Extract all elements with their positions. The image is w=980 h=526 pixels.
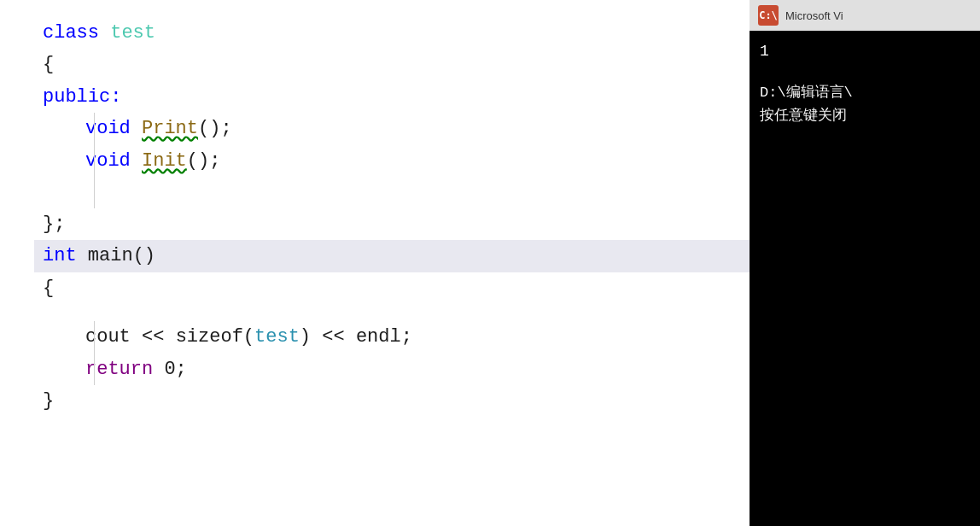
terminal-panel: C:\ Microsoft Vi 1 D:\编辑语言\ 按任意键关闭 [750,0,980,526]
code-line-init: void Init(); [34,145,750,177]
main-parens: () [133,240,155,272]
space5 [131,321,142,353]
terminal-body: 1 D:\编辑语言\ 按任意键关闭 [750,31,980,526]
terminal-line-empty [760,64,970,81]
code-line-brace-open-1: { [34,49,750,80]
code-editor: class test { public: void Print(); void … [34,17,750,417]
terminal-line-number: 1 [760,39,970,64]
terminal-path: D:\编辑语言\ [760,81,970,104]
brace-close-semi: }; [43,208,65,240]
init-parens: (); [187,145,221,177]
code-line-empty-1 [34,177,750,208]
code-line-return: return 0; [34,354,750,385]
shift-left-2: << [322,321,356,353]
brace-close-final: } [43,385,54,417]
terminal-title: Microsoft Vi [785,9,843,22]
keyword-class: class [43,17,99,49]
method-init: Init [142,145,187,177]
terminal-header: C:\ Microsoft Vi [750,0,980,31]
sizeof-open: ( [243,321,254,353]
code-line-brace-close-semi: }; [34,208,750,240]
keyword-void-1: void [85,113,131,144]
space4 [77,240,88,272]
sizeof-close: ) [300,321,322,353]
code-line-print: void Print(); [34,113,750,144]
sizeof-keyword: sizeof [176,321,243,353]
terminal-icon: C:\ [758,5,779,26]
code-line-brace-close-final: } [34,385,750,417]
keyword-return: return [85,354,153,385]
class-name-test: test [110,17,155,49]
space3 [131,145,142,177]
code-line-empty-2 [34,304,750,321]
space [99,17,110,49]
main-func: main [88,240,133,272]
code-line-brace-open-2: { [34,272,750,304]
terminal-icon-label: C:\ [759,9,778,21]
keyword-public: public: [43,81,121,113]
keyword-int: int [43,240,77,272]
shift-left-1: << [142,321,176,353]
brace-open-2: { [43,272,54,304]
endl-keyword: endl [356,321,401,353]
space6: 0; [153,354,187,385]
method-print: Print [142,113,198,144]
cout-semi: ; [401,321,412,353]
keyword-void-2: void [85,145,131,177]
code-panel: class test { public: void Print(); void … [0,0,750,526]
code-line-cout: cout << sizeof(test) << endl; [34,321,750,353]
sizeof-arg: test [254,321,300,353]
code-line-public: public: [34,81,750,113]
code-line-main: int main() [34,240,750,272]
space2 [131,113,142,144]
print-parens: (); [198,113,232,144]
terminal-notice: 按任意键关闭 [760,104,970,127]
code-line-class: class test [34,17,750,49]
brace-open-1: { [43,49,54,80]
cout-keyword: cout [85,321,131,353]
